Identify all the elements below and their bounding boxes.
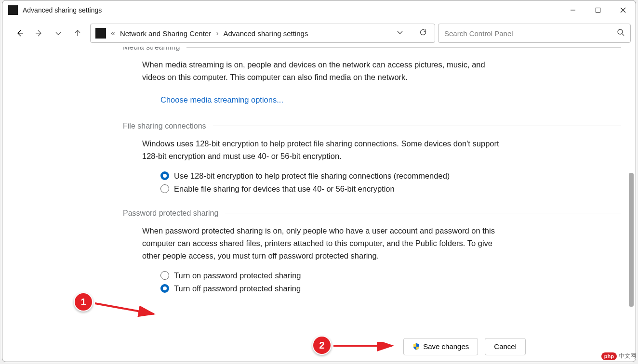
refresh-button[interactable] [419, 28, 427, 38]
annotation-step-1: 1 [74, 292, 93, 312]
section-title-password: Password protected sharing [123, 209, 218, 218]
radio-label: Turn on password protected sharing [174, 271, 301, 280]
window-title: Advanced sharing settings [23, 6, 102, 14]
close-button[interactable] [611, 0, 636, 20]
section-media-streaming-header: Media streaming [123, 47, 621, 52]
svg-rect-1 [596, 8, 600, 13]
scrollbar-thumb[interactable] [629, 173, 634, 307]
breadcrumb-root-chevron-icon[interactable]: « [110, 29, 116, 38]
save-button-label: Save changes [423, 342, 469, 351]
nav-arrows [7, 26, 87, 40]
window-controls [560, 0, 636, 20]
scrollable-panel: Media streaming When media streaming is … [123, 47, 621, 331]
section-file-sharing-header: File sharing connections [123, 122, 621, 130]
scrollbar-track[interactable] [629, 49, 634, 306]
watermark-badge: php [601, 352, 617, 360]
radio-icon [160, 284, 169, 293]
svg-line-5 [622, 34, 624, 36]
radio-password-off[interactable]: Turn off password protected sharing [160, 282, 621, 295]
app-icon [8, 5, 18, 15]
search-icon[interactable] [617, 28, 625, 38]
navigation-row: « Network and Sharing Center › Advanced … [2, 20, 636, 47]
section-divider [213, 126, 621, 126]
search-input[interactable] [444, 29, 613, 38]
watermark: php 中文网 [601, 352, 636, 360]
annotation-step-2: 2 [312, 336, 332, 355]
svg-point-4 [618, 29, 623, 34]
window-frame: Advanced sharing settings [2, 0, 636, 362]
save-changes-button[interactable]: Save changes [403, 338, 478, 355]
radio-icon [160, 271, 169, 280]
minimize-button[interactable] [560, 0, 585, 20]
media-streaming-options-link[interactable]: Choose media streaming options... [123, 95, 283, 104]
cancel-button-label: Cancel [494, 342, 517, 351]
maximize-button[interactable] [585, 0, 611, 20]
location-icon [95, 28, 106, 39]
radio-icon [160, 184, 169, 193]
radio-label: Enable file sharing for devices that use… [174, 184, 395, 194]
cancel-button[interactable]: Cancel [485, 338, 526, 355]
breadcrumb-bar[interactable]: « Network and Sharing Center › Advanced … [90, 24, 435, 43]
section-title-media: Media streaming [123, 47, 180, 52]
up-button[interactable] [71, 26, 84, 40]
breadcrumb-dropdown-icon[interactable] [396, 28, 404, 38]
radio-40-56bit-encryption[interactable]: Enable file sharing for devices that use… [160, 182, 621, 195]
forward-button[interactable] [32, 26, 46, 40]
password-description: When password protected sharing is on, o… [123, 224, 504, 262]
content-area: Media streaming When media streaming is … [2, 47, 636, 331]
breadcrumb-parent[interactable]: Network and Sharing Center [120, 29, 211, 38]
section-password-header: Password protected sharing [123, 209, 621, 218]
breadcrumb-chevron-icon[interactable]: › [215, 29, 219, 38]
breadcrumb-current[interactable]: Advanced sharing settings [224, 29, 308, 38]
radio-icon [160, 171, 169, 180]
uac-shield-icon [412, 343, 420, 351]
radio-128bit-encryption[interactable]: Use 128-bit encryption to help protect f… [160, 169, 621, 182]
section-divider [225, 213, 621, 213]
watermark-text: 中文网 [619, 352, 636, 360]
radio-label: Turn off password protected sharing [174, 284, 301, 293]
history-dropdown-button[interactable] [52, 26, 65, 40]
section-divider [186, 47, 621, 48]
section-title-file-sharing: File sharing connections [123, 122, 206, 130]
titlebar: Advanced sharing settings [2, 0, 636, 20]
radio-password-on[interactable]: Turn on password protected sharing [160, 269, 621, 282]
radio-label: Use 128-bit encryption to help protect f… [174, 171, 450, 181]
search-box[interactable] [438, 24, 631, 43]
back-button[interactable] [13, 26, 27, 40]
file-sharing-description: Windows uses 128-bit encryption to help … [123, 137, 504, 163]
media-streaming-description: When media streaming is on, people and d… [123, 58, 504, 84]
password-radio-group: Turn on password protected sharing Turn … [123, 269, 621, 295]
file-sharing-radio-group: Use 128-bit encryption to help protect f… [123, 169, 621, 195]
